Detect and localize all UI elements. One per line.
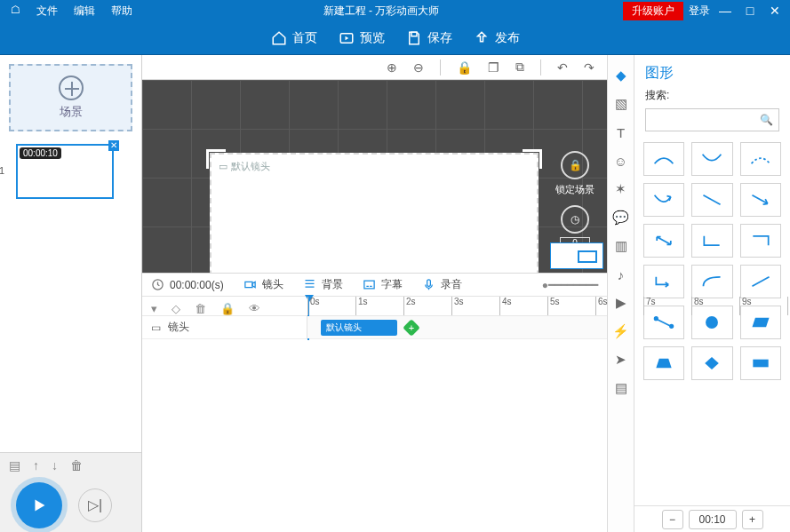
ruler-tick: 2s: [403, 297, 416, 315]
add-scene-button[interactable]: 场景: [9, 64, 132, 131]
zoom-slider-dot[interactable]: ●━━━━━━━━: [542, 279, 598, 291]
search-input[interactable]: 🔍: [645, 108, 779, 131]
shapes-tab-icon[interactable]: ◆: [613, 67, 629, 83]
video-tab-icon[interactable]: ▶: [613, 295, 629, 311]
eye-icon[interactable]: 👁: [249, 302, 260, 315]
time-minus-button[interactable]: −: [662, 510, 683, 529]
title-bar: ☖ 文件 编辑 帮助 新建工程 - 万彩动画大师 升级账户 登录 — □ ✕: [0, 0, 790, 21]
shape-elbow-arrow[interactable]: [643, 265, 684, 298]
scene-close-icon[interactable]: ✕: [108, 140, 119, 151]
shape-diag[interactable]: [740, 265, 781, 298]
close-icon[interactable]: ✕: [765, 4, 785, 18]
move-down-icon[interactable]: ↓: [52, 458, 58, 472]
flash-tab-icon[interactable]: ⚡: [613, 323, 629, 339]
shape-rect[interactable]: [740, 346, 781, 380]
camera-track-button[interactable]: 镜头: [243, 277, 283, 292]
svg-tab-icon[interactable]: ✶: [613, 181, 629, 197]
send-tab-icon[interactable]: ➤: [613, 352, 629, 368]
minimize-icon[interactable]: —: [715, 4, 735, 18]
shape-step[interactable]: [691, 224, 732, 258]
subtitle-track-button[interactable]: 字幕: [363, 277, 403, 292]
shape-arc-dashed[interactable]: [740, 142, 781, 176]
publish-button[interactable]: 发布: [474, 30, 520, 46]
trash-timeline-icon[interactable]: 🗑: [195, 302, 206, 315]
shape-line-arrow[interactable]: [740, 183, 781, 217]
lock-scene-button[interactable]: 🔒: [561, 151, 589, 179]
menu-file[interactable]: 文件: [29, 2, 65, 20]
time-plus-button[interactable]: +: [742, 510, 763, 529]
menu-edit[interactable]: 编辑: [67, 2, 102, 20]
scene-thumbnail[interactable]: 00:00:10 ✕: [16, 144, 114, 199]
camera-row-icon: ▭: [151, 322, 161, 334]
pin-icon[interactable]: ☖: [4, 2, 28, 20]
shape-line[interactable]: [691, 183, 732, 217]
shape-step2[interactable]: [740, 224, 781, 258]
ruler-tick: 9s: [739, 297, 752, 315]
ruler-tick: 6s: [595, 297, 608, 315]
shape-arc-arrow[interactable]: [643, 183, 684, 217]
shape-arc[interactable]: [643, 142, 684, 176]
callout-tab-icon[interactable]: 💬: [613, 210, 629, 226]
shape-double-arrow[interactable]: [643, 224, 684, 258]
shape-diamond[interactable]: [691, 346, 732, 380]
upgrade-button[interactable]: 升级账户: [623, 2, 683, 20]
panel-title: 图形: [634, 55, 790, 84]
shape-trapezoid[interactable]: [643, 346, 684, 380]
menu-help[interactable]: 帮助: [104, 2, 140, 20]
copy-icon[interactable]: ▤: [9, 458, 20, 472]
ruler-tick: 8s: [691, 297, 704, 315]
lock-timeline-icon[interactable]: 🔒: [220, 302, 235, 315]
timeline-ruler: ▾ ◇ 🗑 🔒 👁 0s1s2s3s4s5s6s7s8s9s10s: [142, 296, 607, 315]
shape-arc-down[interactable]: [691, 142, 732, 176]
filter-icon[interactable]: ▾: [151, 302, 157, 315]
track-options: 00:00:00(s) 镜头 背景 字幕 录音 ●━━━━━━━━: [142, 273, 607, 296]
login-button[interactable]: 登录: [689, 4, 710, 19]
shape-curve[interactable]: [691, 265, 732, 298]
move-up-icon[interactable]: ↑: [33, 458, 39, 472]
shape-grid: [634, 135, 790, 505]
canvas[interactable]: ▭ 默认镜头 🔒 锁定场景 ◷ 0 旋转 16:9 4:3: [142, 80, 607, 273]
asset-rail: ◆ ▧ T ☺ ✶ 💬 ▥ ♪ ▶ ⚡ ➤ ▤: [607, 55, 634, 532]
lock-icon[interactable]: 🔒: [457, 60, 472, 75]
camera-track[interactable]: 默认镜头 +: [307, 316, 607, 338]
timeline-clip[interactable]: 默认镜头: [321, 320, 397, 336]
play-button[interactable]: [16, 482, 62, 528]
insert-duration[interactable]: 00:10: [689, 510, 737, 529]
music-tab-icon[interactable]: ♪: [613, 266, 629, 282]
maximize-icon[interactable]: □: [740, 4, 760, 18]
zoom-out-icon[interactable]: ⊖: [413, 60, 424, 75]
undo-icon[interactable]: ↶: [557, 60, 568, 75]
image-tab-icon[interactable]: ▧: [613, 96, 629, 112]
record-track-button[interactable]: 录音: [422, 277, 462, 292]
paste-canvas-icon[interactable]: ⧉: [515, 60, 524, 75]
ruler-tick: 1s: [355, 297, 368, 315]
zoom-in-icon[interactable]: ⊕: [387, 60, 397, 75]
scene-index: 1: [0, 165, 4, 176]
minimap[interactable]: [550, 242, 603, 269]
search-label: 搜索:: [645, 89, 669, 101]
diamond-icon[interactable]: ◇: [172, 302, 180, 315]
ruler-tick: 3s: [451, 297, 464, 315]
text-tab-icon[interactable]: T: [613, 124, 629, 140]
copy-canvas-icon[interactable]: ❐: [488, 60, 499, 75]
home-button[interactable]: 首页: [271, 30, 317, 46]
rotate-button[interactable]: ◷: [561, 205, 589, 234]
character-tab-icon[interactable]: ☺: [613, 153, 629, 169]
container-tab-icon[interactable]: ▥: [613, 238, 629, 254]
chart-tab-icon[interactable]: ▤: [613, 380, 629, 396]
redo-icon[interactable]: ↷: [584, 60, 594, 75]
ruler-tick: 4s: [499, 297, 512, 315]
canvas-toolbar: ⊕ ⊖ 🔒 ❐ ⧉ ↶ ↷: [142, 55, 607, 80]
preview-button[interactable]: 预览: [339, 30, 385, 46]
trash-icon[interactable]: 🗑: [70, 458, 83, 472]
camera-frame[interactable]: ▭ 默认镜头: [210, 153, 539, 273]
camera-label: ▭ 默认镜头: [219, 160, 270, 173]
add-keyframe-icon[interactable]: +: [403, 319, 420, 337]
background-track-button[interactable]: 背景: [303, 277, 343, 292]
ruler-tick: 0s: [307, 297, 320, 315]
add-scene-label: 场景: [60, 104, 83, 120]
svg-rect-9: [753, 360, 768, 368]
step-button[interactable]: ▷|: [78, 488, 112, 522]
save-button[interactable]: 保存: [406, 30, 452, 46]
svg-rect-3: [245, 282, 252, 287]
